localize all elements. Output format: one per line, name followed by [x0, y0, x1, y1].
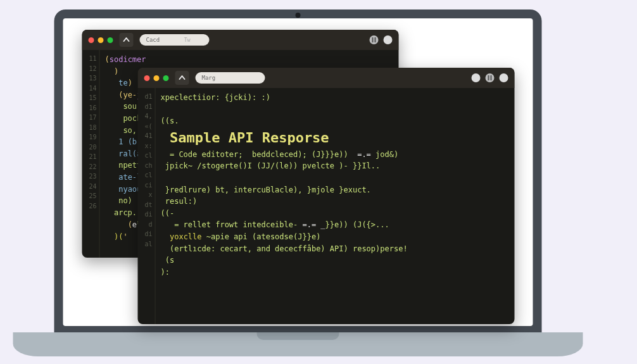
line-gutter: d1d1 4,«( 41x: clch clci xdt did dial	[138, 88, 156, 324]
circle-icon[interactable]	[500, 73, 508, 82]
minimize-icon[interactable]	[98, 37, 104, 43]
laptop-base	[13, 332, 583, 356]
camera	[296, 13, 301, 18]
arrow-up-icon	[179, 74, 186, 82]
tab[interactable]: Cacd Tw	[140, 34, 210, 46]
arrow-up-icon	[123, 36, 130, 44]
minimize-icon[interactable]	[154, 75, 160, 81]
maximize-icon[interactable]	[163, 75, 169, 81]
maximize-icon[interactable]	[108, 37, 113, 43]
tab-label: Cacd	[146, 37, 160, 43]
window-controls	[472, 73, 508, 82]
close-icon[interactable]	[89, 37, 94, 43]
code-area[interactable]: xpeclectiior: {jcki): :) ((s. Sample API…	[156, 88, 414, 324]
back-arrow-button[interactable]	[120, 33, 134, 47]
line-gutter: 1112 1314 1516 1718 1920 2122 2324 2526	[82, 50, 100, 258]
circle-icon[interactable]	[384, 35, 393, 44]
pause-icon[interactable]	[370, 35, 379, 44]
titlebar: Cacd Tw	[82, 30, 399, 50]
circle-icon[interactable]	[472, 73, 481, 82]
close-icon[interactable]	[144, 75, 150, 81]
tab[interactable]: Marg	[196, 72, 265, 84]
code-body: d1d1 4,«( 41x: clch clci xdt did dial xp…	[138, 88, 515, 324]
traffic-lights	[89, 37, 113, 43]
screen-bezel: Cacd Tw 1112 1314 1516 1718 1920	[54, 9, 542, 332]
pause-icon[interactable]	[486, 73, 495, 82]
back-arrow-button[interactable]	[175, 71, 189, 85]
code-heading: Sample API Resporse	[170, 130, 329, 146]
editor-window-front: Marg d1d1 4,«( 41x: clch clci	[138, 68, 515, 324]
titlebar: Marg	[138, 68, 515, 88]
traffic-lights	[144, 75, 169, 81]
laptop-frame: Cacd Tw 1112 1314 1516 1718 1920	[54, 9, 583, 356]
screen: Cacd Tw 1112 1314 1516 1718 1920	[63, 18, 533, 326]
tab-label: Marg	[202, 75, 216, 81]
window-controls	[370, 35, 393, 44]
tab-hint: Tw	[184, 37, 191, 43]
